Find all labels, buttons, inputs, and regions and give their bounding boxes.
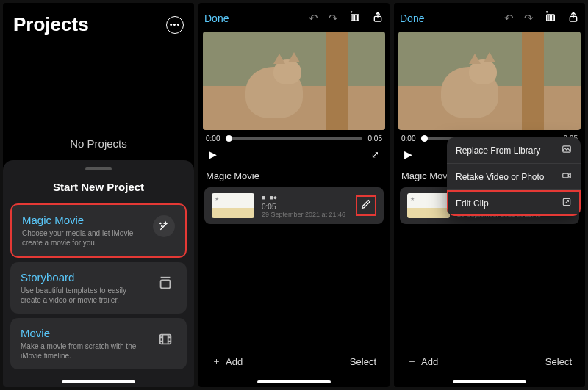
scrubber[interactable]: [226, 137, 362, 140]
select-button[interactable]: Select: [350, 356, 376, 367]
topbar-actions: ↶ ↷: [309, 10, 384, 26]
editor-topbar: Done ↶ ↷: [394, 3, 585, 30]
option-storyboard[interactable]: Storyboard Use beautiful templates to ea…: [10, 262, 187, 314]
more-menu-button[interactable]: •••: [166, 16, 184, 34]
option-movie[interactable]: Movie Make a movie from scratch with the…: [10, 318, 187, 369]
page-title: Projects: [13, 13, 89, 36]
plus-icon: ＋: [407, 355, 417, 368]
svg-rect-9: [563, 173, 569, 178]
clip-date: 29 September 2021 at 21:46: [262, 211, 348, 218]
video-preview[interactable]: [398, 32, 581, 130]
plus-icon: ＋: [212, 355, 221, 368]
camera-icon: [562, 170, 572, 183]
editor-screen: Done ↶ ↷ 0:00 0:05 ▶ ⤢ Magic Movie ■ ■● …: [198, 3, 390, 387]
time-start: 0:00: [206, 134, 220, 142]
clip-action-menu: Replace From Library Retake Video or Pho…: [447, 137, 581, 216]
option-title: Magic Movie: [22, 214, 146, 226]
svg-point-1: [162, 225, 162, 226]
clip-type-icons: ■ ■●: [262, 194, 348, 201]
storyboard-icon: [154, 272, 176, 295]
option-magic-movie[interactable]: Magic Movie Choose your media and let iM…: [10, 203, 187, 258]
svg-rect-3: [160, 335, 171, 344]
done-button[interactable]: Done: [204, 12, 229, 24]
sheet-title: Start New Project: [3, 181, 194, 193]
option-desc: Choose your media and let iMovie create …: [22, 228, 146, 248]
home-indicator: [453, 380, 526, 383]
redo-icon[interactable]: ↷: [524, 12, 534, 25]
open-icon: [562, 197, 572, 209]
projects-screen: Projects ••• No Projects Start New Proje…: [3, 3, 194, 387]
clip-info: ■ ■● 0:05 29 September 2021 at 21:46: [262, 194, 348, 218]
time-start: 0:00: [401, 134, 415, 142]
add-button[interactable]: ＋Add: [407, 355, 438, 368]
empty-state-label: No Projects: [3, 137, 194, 150]
clip-row[interactable]: ■ ■● 0:05 29 September 2021 at 21:46: [204, 187, 384, 224]
done-button[interactable]: Done: [400, 12, 424, 24]
topbar-actions: ↶ ↷: [504, 10, 579, 26]
sheet-grabber[interactable]: [85, 167, 112, 170]
header: Projects •••: [3, 3, 194, 42]
section-title: Magic Movie: [198, 167, 390, 187]
menu-edit-clip[interactable]: Edit Clip: [447, 190, 581, 216]
undo-icon[interactable]: ↶: [504, 12, 514, 25]
film-icon: [154, 328, 176, 350]
video-preview[interactable]: [203, 32, 385, 130]
clip-duration: 0:05: [262, 203, 348, 211]
menu-retake[interactable]: Retake Video or Photo: [447, 164, 581, 190]
share-icon[interactable]: [567, 11, 579, 25]
home-indicator: [257, 380, 331, 383]
select-button[interactable]: Select: [545, 356, 572, 367]
time-bar: 0:00 0:05: [198, 131, 390, 144]
svg-point-0: [160, 223, 161, 223]
image-icon: [562, 144, 572, 156]
add-media-icon[interactable]: [544, 10, 557, 26]
play-icon[interactable]: ▶: [404, 148, 412, 160]
wand-icon: [153, 215, 175, 237]
editor-screen-menu: Done ↶ ↷ 0:00 0:05 ▶ ⤢ Magic Movie ■ ■● …: [394, 3, 585, 387]
new-project-sheet: Start New Project Magic Movie Choose you…: [3, 160, 194, 387]
edit-clip-button[interactable]: [356, 195, 376, 216]
option-title: Storyboard: [21, 271, 147, 284]
share-icon[interactable]: [372, 11, 384, 25]
play-icon[interactable]: ▶: [209, 148, 217, 160]
add-media-icon[interactable]: [348, 10, 362, 26]
svg-rect-2: [161, 280, 171, 288]
play-controls: ▶ ⤢: [198, 144, 390, 167]
option-title: Movie: [21, 327, 147, 339]
add-button[interactable]: ＋Add: [212, 355, 243, 368]
editor-topbar: Done ↶ ↷: [198, 3, 390, 30]
clip-thumbnail: [407, 193, 450, 218]
fullscreen-icon[interactable]: ⤢: [371, 149, 379, 160]
redo-icon[interactable]: ↷: [329, 12, 338, 25]
option-desc: Use beautiful templates to easily create…: [21, 286, 147, 305]
option-desc: Make a movie from scratch with the iMovi…: [21, 342, 147, 361]
home-indicator: [62, 380, 135, 383]
menu-replace-library[interactable]: Replace From Library: [447, 137, 581, 164]
time-end: 0:05: [368, 134, 382, 142]
clip-thumbnail: [212, 193, 254, 218]
undo-icon[interactable]: ↶: [309, 12, 318, 25]
